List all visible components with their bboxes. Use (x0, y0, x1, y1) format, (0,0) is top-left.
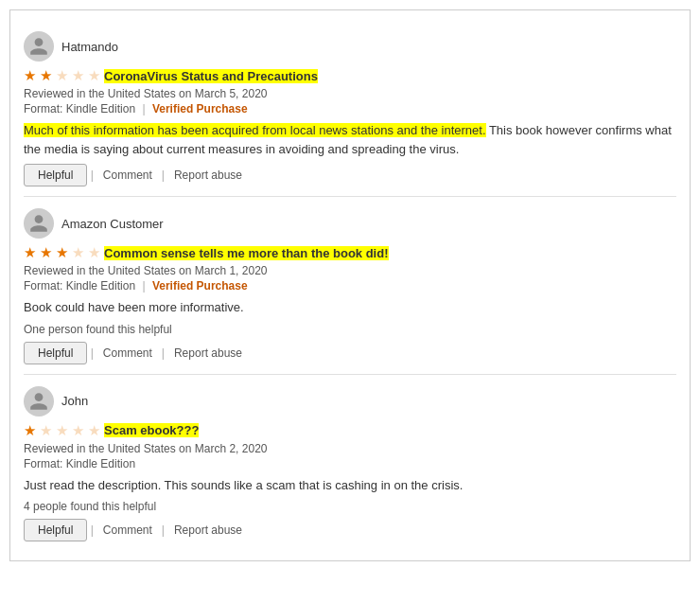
normal-text: Book could have been more informative. (24, 300, 244, 314)
report-abuse-link[interactable]: Report abuse (165, 168, 252, 182)
star-2: ★ (40, 67, 52, 84)
format-row: Format: Kindle Edition | Verified Purcha… (24, 102, 676, 115)
verified-badge: Verified Purchase (152, 102, 248, 115)
star-1: ★ (24, 67, 36, 84)
format-row: Format: Kindle Edition | Verified Purcha… (24, 279, 676, 293)
helpful-button[interactable]: Helpful (24, 164, 87, 186)
reviewer-row: Amazon Customer (24, 208, 676, 239)
avatar (24, 386, 54, 417)
star-5: ★ (88, 422, 100, 439)
user-icon (28, 36, 49, 57)
star-3: ★ (56, 67, 68, 84)
action-row: Helpful | Comment | Report abuse (24, 164, 676, 186)
helpful-count: One person found this helpful (24, 323, 676, 336)
action-row: Helpful | Comment | Report abuse (24, 519, 676, 541)
helpful-button[interactable]: Helpful (24, 519, 87, 541)
star-1: ★ (24, 244, 36, 261)
helpful-button[interactable]: Helpful (24, 342, 87, 364)
review-text: Much of this information has been acquir… (24, 121, 676, 158)
star-5: ★ (88, 244, 100, 261)
highlighted-text: Much of this information has been acquir… (24, 123, 486, 137)
reviewer-row: Hatmando (24, 31, 676, 62)
user-icon (28, 391, 49, 412)
review-text: Just read the description. This sounds l… (24, 476, 676, 495)
star-3: ★ (56, 422, 68, 439)
review-text: Book could have been more informative. (24, 298, 676, 317)
report-abuse-link[interactable]: Report abuse (165, 523, 252, 537)
format-label: Format: Kindle Edition (24, 279, 135, 293)
comment-link[interactable]: Comment (94, 168, 162, 182)
star-1: ★ (24, 422, 36, 439)
format-row: Format: Kindle Edition (24, 457, 676, 470)
separator: | (142, 279, 145, 293)
star-2: ★ (40, 244, 52, 261)
normal-text: Just read the description. This sounds l… (24, 478, 463, 492)
comment-link[interactable]: Comment (94, 346, 162, 360)
helpful-count: 4 people found this helpful (24, 500, 676, 513)
user-icon (28, 213, 49, 234)
reviewer-name: John (61, 394, 88, 408)
review-title: CoronaVirus Status and Precautions (104, 69, 318, 83)
review-meta: Reviewed in the United States on March 2… (24, 442, 676, 455)
review-item: Hatmando ★ ★ ★ ★ ★ CoronaVirus Status an… (24, 20, 676, 197)
review-title: Scam ebook??? (104, 423, 199, 437)
star-4: ★ (72, 422, 84, 439)
reviewer-row: John (24, 386, 676, 417)
stars-row: ★ ★ ★ ★ ★ Common sense tells me more tha… (24, 244, 676, 261)
comment-link[interactable]: Comment (94, 523, 162, 537)
avatar (24, 208, 54, 239)
avatar (24, 31, 54, 62)
stars-row: ★ ★ ★ ★ ★ CoronaVirus Status and Precaut… (24, 67, 676, 84)
format-label: Format: Kindle Edition (24, 102, 135, 115)
reviewer-name: Amazon Customer (61, 217, 164, 231)
action-row: Helpful | Comment | Report abuse (24, 342, 676, 364)
verified-badge: Verified Purchase (152, 279, 248, 293)
star-2: ★ (40, 422, 52, 439)
star-5: ★ (88, 67, 100, 84)
separator: | (142, 102, 145, 115)
reviews-container: Hatmando ★ ★ ★ ★ ★ CoronaVirus Status an… (9, 9, 691, 561)
review-item: Amazon Customer ★ ★ ★ ★ ★ Common sense t… (24, 197, 676, 375)
review-title: Common sense tells me more than the book… (104, 246, 389, 260)
format-label: Format: Kindle Edition (24, 457, 135, 470)
review-meta: Reviewed in the United States on March 5… (24, 87, 676, 100)
stars-row: ★ ★ ★ ★ ★ Scam ebook??? (24, 422, 676, 439)
review-item: John ★ ★ ★ ★ ★ Scam ebook??? Reviewed in… (24, 375, 676, 552)
star-4: ★ (72, 244, 84, 261)
star-3: ★ (56, 244, 68, 261)
reviewer-name: Hatmando (61, 40, 118, 54)
report-abuse-link[interactable]: Report abuse (165, 346, 252, 360)
review-meta: Reviewed in the United States on March 1… (24, 264, 676, 277)
star-4: ★ (72, 67, 84, 84)
